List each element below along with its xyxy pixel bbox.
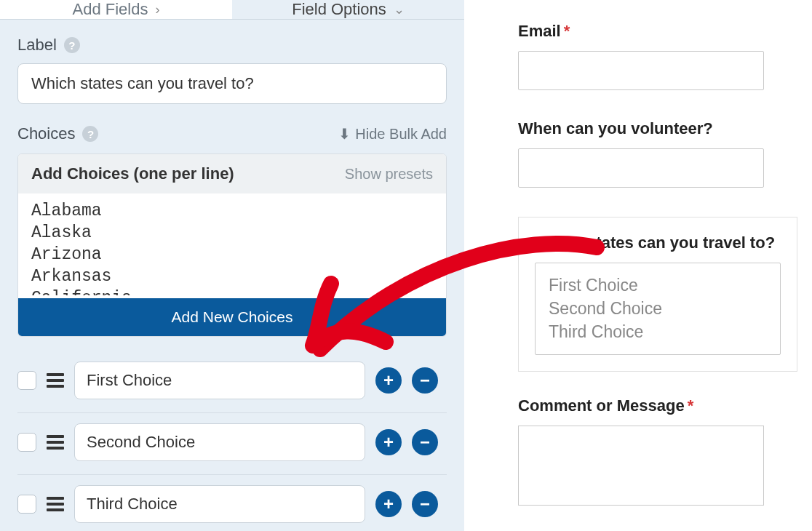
required-asterisk: * — [564, 22, 570, 41]
text-input[interactable] — [518, 148, 764, 188]
option-text: Second Choice — [549, 297, 767, 320]
choice-row: + − — [17, 413, 447, 475]
panel-tabs: Add Fields › Field Options ⌄ — [0, 0, 464, 20]
tab-label: Add Fields — [73, 0, 148, 19]
add-choice-button[interactable]: + — [375, 429, 402, 455]
textarea-input[interactable] — [518, 426, 764, 506]
tab-label: Field Options — [292, 0, 386, 19]
bulk-choices-textarea[interactable] — [18, 193, 446, 295]
choice-default-checkbox[interactable] — [17, 371, 36, 390]
add-new-choices-button[interactable]: Add New Choices — [18, 298, 446, 336]
remove-choice-button[interactable]: − — [412, 429, 438, 455]
show-presets-link[interactable]: Show presets — [345, 166, 433, 183]
choice-default-checkbox[interactable] — [17, 495, 36, 514]
multiselect-preview[interactable]: First Choice Second Choice Third Choice — [535, 263, 781, 355]
field-label-text: Which states can you travel to? — [535, 233, 775, 252]
choices-section-header: Choices ? ⬇ Hide Bulk Add — [17, 124, 447, 143]
panel-body: Label ? Choices ? ⬇ Hide Bulk Add Add Ch… — [0, 20, 464, 531]
add-choice-button[interactable]: + — [375, 491, 402, 517]
field-label-text: When can you volunteer? — [518, 119, 713, 138]
hide-bulk-add-link[interactable]: ⬇ Hide Bulk Add — [338, 125, 447, 143]
choice-label-input[interactable] — [74, 423, 365, 461]
option-text: First Choice — [549, 274, 767, 297]
option-text: Third Choice — [549, 320, 767, 343]
preview-volunteer-field[interactable]: When can you volunteer? — [518, 119, 797, 188]
label-section-header: Label ? — [17, 36, 447, 55]
preview-email-field[interactable]: Email * — [518, 22, 797, 90]
field-label-input[interactable] — [17, 63, 447, 104]
section-title: Choices — [17, 124, 75, 143]
help-icon[interactable]: ? — [82, 126, 98, 142]
form-preview: Email * When can you volunteer? Which st… — [464, 0, 812, 531]
tab-field-options[interactable]: Field Options ⌄ — [232, 0, 464, 19]
remove-choice-button[interactable]: − — [412, 491, 438, 517]
drag-handle-icon[interactable] — [47, 497, 64, 511]
choice-row: + − — [17, 475, 447, 531]
chevron-right-icon: › — [155, 2, 159, 17]
choice-default-checkbox[interactable] — [17, 433, 36, 452]
choice-row: + − — [17, 351, 447, 413]
bulk-add-box: Add Choices (one per line) Show presets … — [17, 153, 447, 337]
choice-label-input[interactable] — [74, 485, 365, 523]
field-label-text: Email — [518, 22, 561, 41]
tab-add-fields[interactable]: Add Fields › — [0, 0, 232, 19]
help-icon[interactable]: ? — [64, 37, 80, 53]
bulk-header: Add Choices (one per line) Show presets — [18, 154, 446, 193]
link-text: Hide Bulk Add — [355, 126, 447, 143]
field-label-text: Comment or Message — [518, 396, 685, 415]
bulk-title: Add Choices (one per line) — [31, 164, 234, 183]
add-choice-button[interactable]: + — [375, 367, 402, 394]
field-options-panel: Add Fields › Field Options ⌄ Label ? Cho… — [0, 0, 464, 531]
drag-handle-icon[interactable] — [47, 373, 64, 388]
chevron-down-icon: ⌄ — [394, 1, 405, 17]
preview-states-field[interactable]: Which states can you travel to? First Ch… — [518, 217, 797, 372]
remove-choice-button[interactable]: − — [412, 367, 438, 394]
download-icon: ⬇ — [338, 125, 351, 143]
drag-handle-icon[interactable] — [47, 435, 64, 450]
preview-comment-field[interactable]: Comment or Message * — [518, 396, 797, 506]
text-input[interactable] — [518, 51, 764, 90]
required-asterisk: * — [688, 396, 694, 415]
choice-list: + − + − + − — [17, 351, 447, 531]
section-title: Label — [17, 36, 57, 55]
choice-label-input[interactable] — [74, 362, 365, 399]
